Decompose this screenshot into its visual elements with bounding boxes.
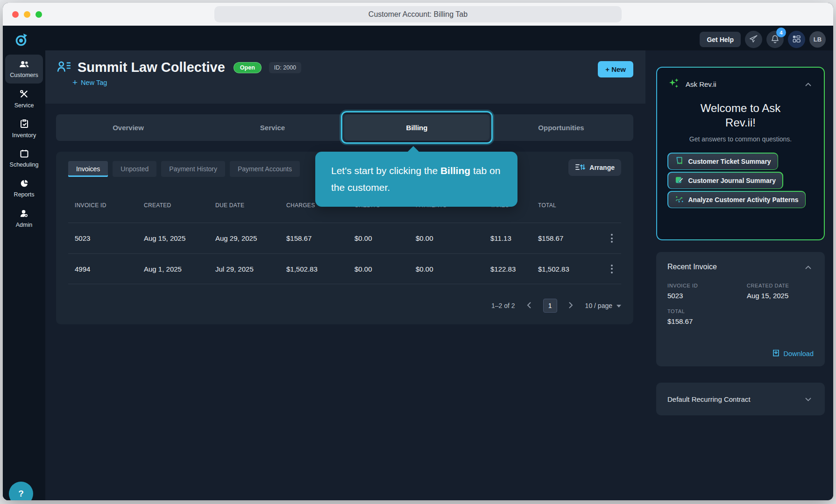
page-size-select[interactable]: 10 / page xyxy=(585,302,621,310)
default-recurring-contract-card[interactable]: Default Recurring Contract xyxy=(656,383,825,415)
tab-billing[interactable]: Billing xyxy=(341,111,493,144)
sidebar-item-admin[interactable]: Admin xyxy=(5,204,43,233)
tooltip-text-before: Let's start by clicking the xyxy=(331,165,440,176)
zoom-window-button[interactable] xyxy=(35,11,42,18)
top-nav-actions: Get Help 4 LB xyxy=(700,31,826,48)
paper-plane-icon xyxy=(749,35,758,45)
sidebar-item-label: Inventory xyxy=(12,132,36,139)
ask-revii-subheading: Get answers to common questions. xyxy=(667,135,814,143)
sidebar-item-inventory[interactable]: Inventory xyxy=(5,114,43,143)
cell-total: $158.67 xyxy=(538,234,602,242)
sidebar: Customers Service Inventory Scheduling xyxy=(3,50,45,500)
send-feedback-button[interactable] xyxy=(745,31,762,48)
notification-count-badge: 4 xyxy=(776,28,786,37)
tools-icon xyxy=(20,90,28,100)
tooltip-arrow xyxy=(407,146,419,152)
ask-revii-title: Ask Rev.ii xyxy=(686,80,716,88)
admin-user-icon xyxy=(20,209,28,219)
close-window-button[interactable] xyxy=(12,11,19,18)
next-page-button[interactable] xyxy=(565,300,577,312)
app-switcher-button[interactable] xyxy=(788,31,805,48)
analyze-activity-patterns-button[interactable]: Analyze Customer Activity Patterns xyxy=(667,191,806,208)
tab-overview[interactable]: Overview xyxy=(56,114,200,141)
new-tag-button[interactable]: + New Tag xyxy=(72,77,107,88)
recent-invoice-card: Recent Invoice INVOICE ID 5023 CREATED D… xyxy=(656,252,825,366)
column-header: DUE DATE xyxy=(215,202,286,209)
people-icon xyxy=(19,60,29,70)
notifications-button[interactable]: 4 xyxy=(766,31,784,48)
customer-title-row: Summit Law Collective Open ID: 2000 xyxy=(57,60,301,75)
billing-subtabs: Invoices Unposted Payment History Paymen… xyxy=(68,161,300,177)
customer-contact-icon xyxy=(57,61,71,74)
app-window: Customer Account: Billing Tab Get Help xyxy=(3,3,833,500)
field-value: Aug 15, 2025 xyxy=(747,292,814,300)
cell-charges: $158.67 xyxy=(286,234,354,242)
cell-invoice-id: 4994 xyxy=(75,265,144,273)
tab-service[interactable]: Service xyxy=(200,114,345,141)
customer-journal-summary-button[interactable]: Customer Journal Summary xyxy=(667,172,783,189)
field-value: $158.67 xyxy=(667,317,814,325)
cell-credits: $0.00 xyxy=(354,265,416,273)
subtab-payment-history[interactable]: Payment History xyxy=(161,161,225,177)
ask-revii-panel-body: Ask Rev.ii Welcome to Ask Rev.ii! Get an… xyxy=(657,68,824,239)
cell-due-date: Jul 29, 2025 xyxy=(215,265,286,273)
cell-due-date: Aug 29, 2025 xyxy=(215,234,286,242)
column-header: CREATED xyxy=(144,202,215,209)
tab-opportunities[interactable]: Opportunities xyxy=(489,114,633,141)
customer-id-chip: ID: 2000 xyxy=(269,62,301,73)
sidebar-item-customers[interactable]: Customers xyxy=(5,55,43,84)
page-number-button[interactable]: 1 xyxy=(543,299,557,313)
invoice-row[interactable]: 4994 Aug 1, 2025 Jul 29, 2025 $1,502.83 … xyxy=(68,253,621,284)
journal-edit-icon xyxy=(675,175,684,186)
recent-invoice-title: Recent Invoice xyxy=(667,263,717,271)
customer-ticket-summary-button[interactable]: Customer Ticket Summary xyxy=(667,153,778,170)
recent-invoice-header: Recent Invoice xyxy=(667,261,814,273)
download-label: Download xyxy=(784,350,814,357)
new-button[interactable]: + New xyxy=(598,61,633,77)
get-help-button[interactable]: Get Help xyxy=(700,32,741,47)
action-label: Customer Ticket Summary xyxy=(688,158,771,165)
field-label: INVOICE ID xyxy=(667,283,747,288)
sidebar-item-reports[interactable]: Reports xyxy=(5,174,43,203)
expand-card-button[interactable] xyxy=(802,393,814,405)
column-header: INVOICE ID xyxy=(75,202,144,209)
sidebar-item-service[interactable]: Service xyxy=(5,84,43,113)
download-icon xyxy=(772,349,780,358)
row-actions-kebab-icon[interactable] xyxy=(604,261,619,276)
cell-created: Aug 1, 2025 xyxy=(144,265,215,273)
ask-revii-header: Ask Rev.ii xyxy=(667,77,814,91)
subtab-unposted[interactable]: Unposted xyxy=(113,161,156,177)
row-actions-kebab-icon[interactable] xyxy=(604,231,619,246)
field-label: TOTAL xyxy=(667,308,814,314)
rev-logo-icon[interactable] xyxy=(14,32,29,47)
cell-invoice-id: 5023 xyxy=(75,234,144,242)
cell-total: $1,502.83 xyxy=(538,265,602,273)
field-label: CREATED DATE xyxy=(747,283,814,288)
collapse-card-button[interactable] xyxy=(802,261,814,273)
chevron-up-icon xyxy=(805,264,811,271)
subtab-invoices[interactable]: Invoices xyxy=(68,161,108,177)
previous-page-button[interactable] xyxy=(523,300,535,312)
sidebar-item-scheduling[interactable]: Scheduling xyxy=(5,144,43,173)
tab-billing-slot: Billing xyxy=(345,114,489,141)
download-invoice-link[interactable]: Download xyxy=(772,349,814,358)
user-avatar[interactable]: LB xyxy=(809,31,826,48)
sparkles-icon xyxy=(667,77,680,91)
cell-payments: $0.00 xyxy=(416,234,490,242)
tooltip-text-bold: Billing xyxy=(440,165,470,176)
arrange-button[interactable]: Arrange xyxy=(568,159,621,176)
cell-taxes: $122.83 xyxy=(490,265,538,273)
apps-grid-icon xyxy=(792,35,801,45)
pie-chart-icon xyxy=(20,179,28,189)
subtab-payment-accounts[interactable]: Payment Accounts xyxy=(230,161,300,177)
sidebar-item-label: Service xyxy=(14,102,34,109)
pagination-range: 1–2 of 2 xyxy=(491,302,515,309)
invoice-row[interactable]: 5023 Aug 15, 2025 Aug 29, 2025 $158.67 $… xyxy=(68,223,621,253)
cell-payments: $0.00 xyxy=(416,265,490,273)
customer-tabbar: Overview Service Billing Opportunities xyxy=(56,114,633,141)
collapse-panel-button[interactable] xyxy=(802,79,814,90)
minimize-window-button[interactable] xyxy=(24,11,30,18)
created-date-field: CREATED DATE Aug 15, 2025 xyxy=(747,283,814,300)
action-label: Customer Journal Summary xyxy=(688,177,776,184)
tab-billing-label: Billing xyxy=(344,114,489,140)
